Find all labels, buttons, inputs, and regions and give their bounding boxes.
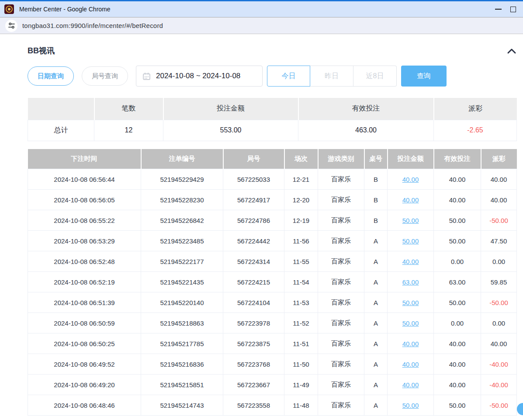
date-range-value: 2024-10-08 ~ 2024-10-08 [156,72,240,80]
row4-cell-7: 0.00 [434,251,481,272]
row7-cell-0: 2024-10-08 06:50:59 [28,313,141,333]
records-header-0: 下注时间 [28,149,141,169]
records-header-7: 有效投注 [434,149,481,169]
row11-cell-8: -50.00 [481,395,517,416]
row7-cell-2: 567223978 [223,313,284,333]
row3-cell-8: 47.50 [481,231,517,251]
row3-cell-5: A [364,231,388,251]
bet-amount-link[interactable]: 40.00 [402,176,419,183]
bet-amount-link[interactable]: 50.00 [402,319,419,327]
last8days-segment[interactable]: 近8日 [353,66,397,87]
row10-cell-0: 2024-10-08 06:49:20 [28,375,141,395]
minimize-button[interactable] [491,3,506,16]
row0-cell-2: 567225033 [223,169,284,190]
bet-amount-link[interactable]: 40.00 [402,381,419,389]
table-row: 2024-10-08 06:49:52521945216836567223768… [28,354,517,375]
yesterday-segment[interactable]: 昨日 [310,66,353,87]
row3-cell-6: 50.00 [388,231,434,251]
row3-cell-3: 11-56 [284,231,318,251]
row6-cell-7: 50.00 [434,292,481,313]
today-segment[interactable]: 今日 [267,66,310,87]
row4-cell-6: 40.00 [388,251,434,272]
row9-cell-6: 40.00 [388,354,434,375]
row0-cell-6: 40.00 [388,169,434,190]
records-header-1: 注单编号 [141,149,223,169]
summary-header-2: 投注金额 [163,98,298,120]
bet-amount-link[interactable]: 50.00 [402,299,419,306]
section-title: BB视讯 [28,45,55,56]
row7-cell-5: A [364,313,388,333]
url-input[interactable]: tongbao31.com:9900/infe/mcenter/#/betRec… [22,22,163,29]
browser-window: Member Center - Google Chrome tongbao31.… [0,0,523,416]
row8-cell-5: A [364,333,388,354]
table-row: 2024-10-08 06:52:48521945222177567224314… [28,251,517,272]
chevron-up-icon[interactable] [507,48,516,54]
row11-cell-3: 11-48 [284,395,318,416]
table-row: 2024-10-08 06:51:39521945220140567224104… [28,292,517,313]
bet-amount-link[interactable]: 40.00 [402,361,419,368]
summary-cell-2: 553.00 [163,120,298,141]
records-header-6: 投注金额 [388,149,434,169]
records-header-row: 下注时间注单编号局号场次游戏类别桌号投注金额有效投注派彩 [28,149,517,169]
tune-icon [8,22,15,29]
row5-cell-3: 11-54 [284,272,318,292]
window-title: Member Center - Google Chrome [19,6,111,13]
casino-chip-icon [4,4,14,14]
summary-table: 笔数投注金额有效投注派彩 总计12553.00463.00-2.65 [28,98,517,141]
table-row: 2024-10-08 06:50:59521945218863567223978… [28,313,517,333]
row8-cell-1: 521945217785 [141,333,223,354]
round-query-tab[interactable]: 局号查询 [82,66,128,86]
row7-cell-3: 11-52 [284,313,318,333]
date-range-input[interactable]: 2024-10-08 ~ 2024-10-08 [136,66,263,87]
row4-cell-2: 567224314 [223,251,284,272]
bet-amount-link[interactable]: 40.00 [402,258,419,265]
bet-amount-link[interactable]: 50.00 [402,217,419,224]
table-row: 2024-10-08 06:55:22521945226842567224786… [28,210,517,231]
summary-header-row: 笔数投注金额有效投注派彩 [28,98,517,120]
row8-cell-6: 40.00 [388,333,434,354]
row6-cell-4: 百家乐 [318,292,364,313]
row11-cell-5: A [364,395,388,416]
table-row: 2024-10-08 06:56:44521945229429567225033… [28,169,517,190]
bet-amount-link[interactable]: 50.00 [402,402,419,409]
row8-cell-7: 40.00 [434,333,481,354]
summary-cell-3: 463.00 [298,120,434,141]
row8-cell-2: 567223875 [223,333,284,354]
row3-cell-2: 567224442 [223,231,284,251]
row3-cell-1: 521945223485 [141,231,223,251]
date-query-tab[interactable]: 日期查询 [28,66,74,86]
bet-amount-link[interactable]: 40.00 [402,340,419,347]
site-settings-button[interactable] [5,20,17,32]
row4-cell-4: 百家乐 [318,251,364,272]
row9-cell-8: -40.00 [481,354,517,375]
row11-cell-6: 50.00 [388,395,434,416]
search-button[interactable]: 查询 [401,66,447,87]
row10-cell-6: 40.00 [388,375,434,395]
row7-cell-6: 50.00 [388,313,434,333]
row2-cell-1: 521945226842 [141,210,223,231]
row2-cell-7: 50.00 [434,210,481,231]
row2-cell-3: 12-19 [284,210,318,231]
quick-range-group: 今日 昨日 近8日 [267,66,397,87]
row10-cell-8: -40.00 [481,375,517,395]
bet-amount-link[interactable]: 50.00 [402,237,419,245]
bet-amount-link[interactable]: 63.00 [402,278,419,286]
row0-cell-5: B [364,169,388,190]
row6-cell-3: 11-53 [284,292,318,313]
table-row: 2024-10-08 06:50:25521945217785567223875… [28,333,517,354]
row1-cell-5: B [364,190,388,210]
row2-cell-5: B [364,210,388,231]
row2-cell-6: 50.00 [388,210,434,231]
bet-amount-link[interactable]: 40.00 [402,196,419,204]
row11-cell-4: 百家乐 [318,395,364,416]
row5-cell-7: 63.00 [434,272,481,292]
summary-header-3: 有效投注 [298,98,434,120]
row1-cell-8: 40.00 [481,190,517,210]
row11-cell-0: 2024-10-08 06:48:46 [28,395,141,416]
row5-cell-0: 2024-10-08 06:52:19 [28,272,141,292]
summary-header-4: 派彩 [434,98,517,120]
summary-cell-0: 总计 [28,120,94,141]
maximize-button[interactable] [506,3,520,16]
maximize-icon [510,7,516,12]
row5-cell-5: A [364,272,388,292]
